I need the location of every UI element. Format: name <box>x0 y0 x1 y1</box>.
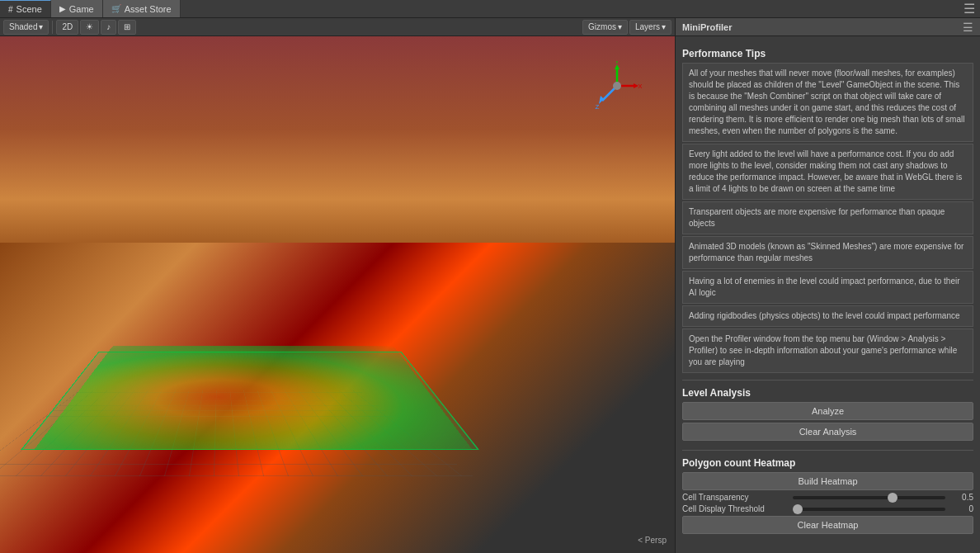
level-analysis-title: Level Analysis <box>682 387 973 399</box>
game-icon: ▶ <box>59 4 66 13</box>
gizmos-chevron: ▾ <box>618 22 622 31</box>
sep1 <box>52 21 53 34</box>
tab-asset-store[interactable]: 🛒 Asset Store <box>103 0 181 17</box>
top-bar-spacer <box>181 0 959 17</box>
panel-menu-icon[interactable]: ☰ <box>963 21 973 34</box>
top-bar: # Scene ▶ Game 🛒 Asset Store ☰ <box>0 0 980 18</box>
tab-asset-store-label: Asset Store <box>125 4 172 14</box>
cell-display-threshold-thumb[interactable] <box>793 504 803 514</box>
effects-icon: ⊞ <box>124 22 130 31</box>
sky-area <box>0 36 675 269</box>
2d-label: 2D <box>62 22 73 31</box>
tip-item-0: All of your meshes that will never move … <box>682 63 973 142</box>
tab-game[interactable]: ▶ Game <box>51 0 103 17</box>
lighting-button[interactable]: ☀ <box>80 20 99 35</box>
divider-1 <box>682 380 973 380</box>
svg-text:Z: Z <box>596 103 600 111</box>
clear-analysis-button[interactable]: Clear Analysis <box>682 423 973 441</box>
cell-transparency-track[interactable] <box>793 496 945 499</box>
svg-point-9 <box>613 82 621 90</box>
scene-bg: Y X Z < Persp <box>0 36 675 553</box>
panel-content: Performance Tips All of your meshes that… <box>676 36 980 553</box>
layers-chevron: ▾ <box>662 22 666 31</box>
panel-header: MiniProfiler ☰ <box>676 18 980 36</box>
layers-dropdown[interactable]: Layers ▾ <box>629 20 671 35</box>
tip-item-6: Open the Profiler window from the top me… <box>682 328 973 373</box>
cell-transparency-label: Cell Transparency <box>682 493 789 502</box>
analyze-button[interactable]: Analyze <box>682 402 973 420</box>
svg-text:Y: Y <box>615 61 620 65</box>
tab-scene-label: Scene <box>16 4 42 14</box>
shading-dropdown[interactable]: Shaded ▾ <box>3 20 49 35</box>
main-layout: Shaded ▾ 2D ☀ ♪ ⊞ Gizmos ▾ Layers <box>0 18 980 553</box>
cell-transparency-row: Cell Transparency 0.5 <box>682 493 973 502</box>
cell-display-threshold-row: Cell Display Threshold 0 <box>682 504 973 513</box>
cell-display-threshold-value: 0 <box>949 504 973 513</box>
cell-display-threshold-track[interactable] <box>793 508 945 511</box>
cell-display-threshold-label: Cell Display Threshold <box>682 504 789 513</box>
performance-tips-title: Performance Tips <box>682 48 973 59</box>
svg-text:X: X <box>638 83 642 90</box>
tab-scene[interactable]: # Scene <box>0 0 51 17</box>
panel-title: MiniProfiler <box>682 22 733 32</box>
scene-toolbar: Shaded ▾ 2D ☀ ♪ ⊞ Gizmos ▾ Layers <box>0 18 675 36</box>
shading-chevron: ▾ <box>39 22 43 31</box>
shading-label: Shaded <box>9 22 37 31</box>
gizmo-compass: Y X Z <box>592 61 642 111</box>
2d-button[interactable]: 2D <box>56 20 78 35</box>
tip-item-3: Animated 3D models (known as "Skinned Me… <box>682 236 973 269</box>
store-icon: 🛒 <box>111 4 121 13</box>
audio-icon: ♪ <box>106 22 111 31</box>
scene-viewport: Shaded ▾ 2D ☀ ♪ ⊞ Gizmos ▾ Layers <box>0 18 675 553</box>
audio-button[interactable]: ♪ <box>101 20 116 35</box>
perspective-label: < Persp <box>638 536 667 545</box>
tab-game-label: Game <box>69 4 94 14</box>
scene-icon: # <box>8 5 13 14</box>
tip-item-1: Every light added to the level will have… <box>682 144 973 200</box>
cell-transparency-value: 0.5 <box>949 493 973 502</box>
clear-heatmap-button[interactable]: Clear Heatmap <box>682 516 973 534</box>
tip-item-5: Adding rigidbodies (physics objects) to … <box>682 305 973 327</box>
effects-button[interactable]: ⊞ <box>118 20 136 35</box>
tip-item-2: Transparent objects are more expensive f… <box>682 201 973 234</box>
layers-label: Layers <box>635 22 660 31</box>
gizmos-dropdown[interactable]: Gizmos ▾ <box>582 20 628 35</box>
cell-transparency-thumb[interactable] <box>888 493 898 503</box>
lighting-icon: ☀ <box>86 22 93 31</box>
divider-2 <box>682 450 973 451</box>
tip-item-4: Having a lot of enemies in the level cou… <box>682 271 973 304</box>
heatmap-title: Polygon count Heatmap <box>682 457 973 469</box>
top-bar-menu[interactable]: ☰ <box>959 0 980 17</box>
right-panel: MiniProfiler ☰ Performance Tips All of y… <box>675 18 980 553</box>
build-heatmap-button[interactable]: Build Heatmap <box>682 472 973 490</box>
gizmos-label: Gizmos <box>588 22 616 31</box>
